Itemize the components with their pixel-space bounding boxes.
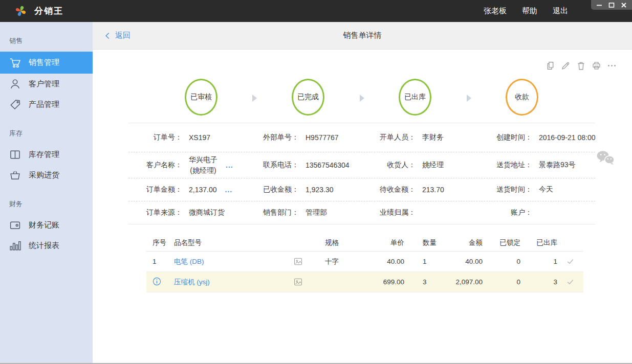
field-label: 销售部门： [245, 208, 299, 217]
table-row-highlighted: 压缩机 (ysj) 699.00 3 2,097.00 0 3 [146, 272, 583, 292]
field-value: XS197 [189, 133, 210, 142]
field-value: 姚经理 [422, 161, 444, 170]
field-label: 业绩归属： [362, 208, 416, 217]
edit-icon[interactable] [561, 61, 571, 71]
field-value: 管理部 [306, 208, 327, 217]
step-arrow-icon [467, 95, 471, 102]
sidebar-item-sales-management[interactable]: 销售管理 [0, 52, 93, 74]
more-icon[interactable] [607, 61, 617, 71]
window-controls [591, 0, 632, 10]
step-completed: 已完成 [292, 79, 324, 116]
cart-icon [9, 57, 21, 69]
wechat-icon[interactable] [596, 150, 615, 166]
sidebar-item-label: 销售管理 [29, 58, 59, 67]
row-qty: 3 [404, 278, 437, 286]
order-toolbar [546, 61, 617, 71]
customer-more-link[interactable]: ... [226, 161, 233, 169]
field-label: 送货时间： [478, 185, 532, 194]
product-link[interactable]: 电笔 (DB) [169, 257, 287, 266]
step-shipped: 已出库 [399, 79, 431, 116]
field-order-no: 订单号： XS197 [128, 133, 245, 142]
sidebar-section-sales: 销售 [0, 29, 93, 52]
minimize-icon [596, 2, 602, 8]
details-row-1: 订单号： XS197 外部单号： H9577767 开单人员： 李财务 创建时间… [128, 123, 595, 152]
help-link[interactable]: 帮助 [522, 6, 537, 16]
chart-icon [9, 240, 21, 252]
book-icon [9, 149, 21, 161]
print-icon[interactable] [592, 61, 601, 71]
col-price: 单价 [358, 238, 404, 247]
amount-more-link[interactable]: ... [225, 186, 233, 194]
field-account: 账户： [478, 208, 595, 217]
close-button[interactable] [620, 1, 628, 9]
sidebar-item-purchasing[interactable]: 采购进货 [0, 165, 93, 185]
product-image-icon[interactable] [287, 278, 310, 286]
duplicate-icon[interactable] [546, 61, 555, 71]
field-value: 景泰路93号 [539, 161, 576, 170]
check-icon [557, 278, 583, 286]
back-button[interactable]: 返回 [104, 31, 130, 40]
details-row-3: 订单金额： 2,137.00 ... 已收金额： 1,923.30 待收金额： … [128, 178, 595, 201]
maximize-button[interactable] [607, 1, 616, 9]
field-label: 联系电话： [245, 161, 299, 170]
user-menu[interactable]: 张老板 [484, 6, 507, 16]
col-name: 品名型号 [169, 238, 287, 247]
back-label: 返回 [115, 31, 130, 40]
sidebar-item-label: 库存管理 [29, 150, 59, 160]
field-value: 1,923.30 [306, 186, 334, 194]
table-row: 1 电笔 (DB) 十字 40.00 1 40.00 0 1 [146, 252, 583, 272]
sidebar-item-inventory-management[interactable]: 库存管理 [0, 144, 93, 165]
product-image-icon[interactable] [287, 257, 310, 266]
sidebar-item-finance-bookkeeping[interactable]: 财务记账 [0, 215, 93, 235]
field-value: 华兴电子 (姚经理) [189, 154, 217, 176]
sidebar-item-customer-management[interactable]: 客户管理 [0, 74, 93, 94]
field-value: 2,137.00 [189, 186, 217, 194]
order-details: 订单号： XS197 外部单号： H9577767 开单人员： 李财务 创建时间… [128, 123, 595, 224]
field-issuer: 开单人员： 李财务 [362, 133, 478, 142]
page-header: 返回 销售单详情 [93, 22, 632, 50]
field-value: 213.70 [422, 186, 444, 194]
field-sales-department: 销售部门： 管理部 [245, 208, 362, 217]
step-payment: 收款 [506, 79, 538, 116]
chevron-left-icon [104, 32, 111, 40]
table-header: 序号 品名型号 规格 单价 数量 金额 已锁定 已出库 [146, 234, 583, 252]
row-amount: 2,097.00 [437, 278, 483, 286]
sidebar-section-finance: 财务 [0, 185, 93, 215]
field-label: 待收金额： [362, 185, 416, 194]
logout-link[interactable]: 退出 [553, 6, 568, 16]
field-label: 订单金额： [128, 185, 182, 194]
field-label: 送货地址： [478, 161, 532, 170]
field-value: 李财务 [422, 133, 444, 142]
page-title: 销售单详情 [343, 31, 382, 40]
field-value: 13567546304 [306, 161, 350, 169]
sidebar-item-statistics-reports[interactable]: 统计报表 [0, 235, 93, 256]
field-value: 2016-09-21 08:00 [539, 133, 596, 142]
row-amount: 40.00 [437, 258, 483, 265]
minimize-button[interactable] [595, 1, 603, 9]
field-label: 订单来源： [128, 208, 182, 217]
sidebar-item-label: 采购进货 [29, 170, 59, 180]
col-shipped: 已出库 [520, 238, 557, 247]
product-link[interactable]: 压缩机 (ysj) [169, 278, 287, 287]
delete-icon[interactable] [576, 61, 586, 71]
field-customer-name: 客户名称： 华兴电子 (姚经理) ... [128, 154, 245, 176]
sidebar-item-label: 财务记账 [29, 220, 59, 230]
maximize-icon [608, 2, 615, 8]
field-label: 外部单号： [245, 133, 299, 142]
field-value: 微商城订货 [189, 208, 225, 217]
row-seq: 1 [146, 258, 169, 265]
row-shipped: 3 [520, 278, 557, 286]
app-name: 分销王 [34, 5, 63, 17]
row-qty: 1 [404, 258, 437, 265]
info-icon[interactable] [146, 277, 169, 287]
field-external-no: 外部单号： H9577767 [245, 133, 362, 142]
field-value: 今天 [539, 185, 553, 194]
app-logo-icon [14, 4, 28, 18]
field-value: H9577767 [306, 133, 339, 142]
sidebar-item-product-management[interactable]: 产品管理 [0, 94, 93, 115]
tag-icon [9, 99, 21, 110]
field-label: 账户： [478, 208, 532, 217]
step-label: 已审核 [190, 93, 212, 102]
step-approved: 已审核 [185, 79, 217, 116]
step-label: 已完成 [297, 93, 319, 102]
